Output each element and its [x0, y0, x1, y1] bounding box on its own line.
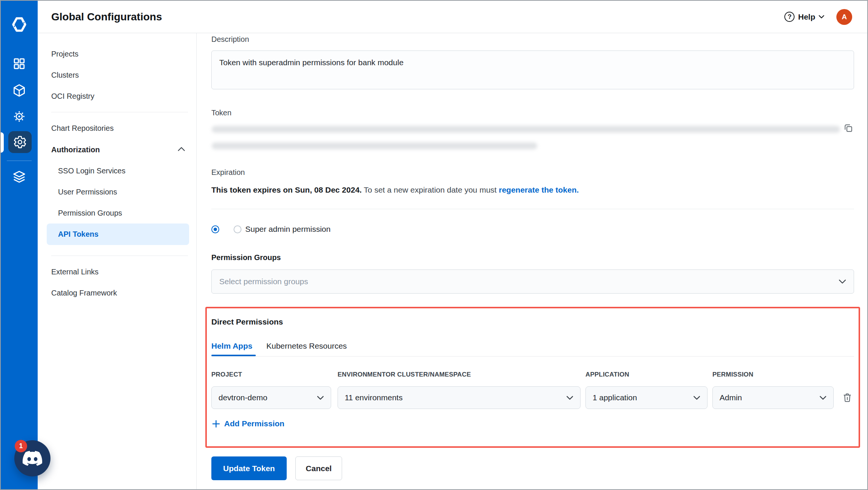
discord-icon — [23, 449, 42, 468]
devtron-app-window: Global Configurations ? Help A Projects … — [0, 0, 868, 490]
column-header-permission: PERMISSION — [712, 371, 753, 378]
nav-item-chart-repositories[interactable]: Chart Repositories — [51, 121, 188, 136]
chevron-down-icon — [693, 396, 700, 400]
column-header-application: APPLICATION — [585, 371, 629, 378]
token-edit-form: Description Token with superadmin permis… — [197, 33, 867, 489]
sidebar-divider — [7, 161, 32, 161]
update-token-button[interactable]: Update Token — [211, 456, 287, 480]
chevron-down-icon — [819, 396, 827, 400]
primary-sidebar — [1, 1, 38, 489]
tabs-bottom-border — [211, 356, 854, 357]
expiration-label: Expiration — [211, 168, 245, 177]
chevron-down-icon — [566, 396, 573, 400]
permission-groups-label: Permission Groups — [211, 253, 281, 262]
add-permission-button[interactable]: Add Permission — [212, 419, 284, 428]
column-header-environment: ENVIRONMENTOR CLUSTER/NAMESPACE — [338, 371, 471, 378]
description-label: Description — [211, 35, 249, 44]
add-permission-label: Add Permission — [224, 419, 284, 428]
trash-icon — [842, 392, 853, 403]
nav-item-sso-login[interactable]: SSO Login Services — [58, 163, 188, 178]
nav-item-projects[interactable]: Projects — [51, 46, 188, 61]
radio-specific-permissions[interactable] — [211, 225, 219, 233]
devtron-logo-icon[interactable] — [1, 15, 38, 34]
global-config-nav-active[interactable] — [8, 131, 32, 153]
section-divider — [211, 209, 854, 209]
global-config-nav: Projects Clusters OCI Registry Chart Rep… — [38, 33, 197, 489]
direct-permissions-title: Direct Permissions — [211, 317, 283, 326]
stack-layers-icon[interactable] — [1, 170, 38, 184]
permission-type-radio-group: Specific permissions Super admin permiss… — [211, 225, 330, 234]
header-bar: Global Configurations ? Help A — [38, 1, 867, 33]
nav-item-external-links[interactable]: External Links — [51, 264, 188, 279]
nav-item-authorization[interactable]: Authorization — [51, 142, 188, 157]
scan-gear-icon[interactable] — [1, 109, 38, 124]
permission-groups-placeholder: Select permission groups — [219, 277, 308, 286]
radio-super-admin[interactable] — [234, 225, 241, 233]
chevron-down-icon — [819, 15, 824, 18]
page-title: Global Configurations — [51, 11, 162, 23]
project-select[interactable]: devtron-demo — [211, 386, 331, 409]
permission-select[interactable]: Admin — [712, 386, 834, 409]
nav-divider — [51, 256, 188, 256]
nav-item-user-permissions[interactable]: User Permissions — [58, 184, 188, 199]
nav-item-catalog-framework[interactable]: Catalog Framework — [51, 285, 188, 300]
expiration-text: This token expires on Sun, 08 Dec 2024. … — [211, 185, 579, 194]
project-select-value: devtron-demo — [219, 393, 267, 402]
copy-token-button[interactable] — [842, 122, 854, 134]
plus-icon — [212, 420, 220, 428]
permission-select-value: Admin — [720, 393, 742, 402]
help-label: Help — [798, 12, 815, 21]
tab-kubernetes-resources[interactable]: Kubernetes Resources — [266, 341, 347, 351]
settings-gear-icon — [13, 135, 27, 149]
column-header-project: PROJECT — [211, 371, 242, 378]
application-select[interactable]: 1 application — [585, 386, 708, 409]
nav-item-oci-registry[interactable]: OCI Registry — [51, 89, 188, 104]
token-label: Token — [211, 109, 231, 117]
delete-permission-row-button[interactable] — [841, 391, 854, 404]
nav-item-clusters[interactable]: Clusters — [51, 67, 188, 83]
chevron-down-icon — [839, 279, 846, 284]
active-nav-indicator — [0, 132, 4, 153]
tab-helm-apps[interactable]: Helm Apps — [211, 341, 252, 351]
annotation-highlight-box — [205, 307, 860, 448]
token-redacted-line — [212, 126, 840, 133]
copy-icon — [843, 123, 854, 133]
permission-groups-select[interactable]: Select permission groups — [211, 270, 854, 294]
cancel-button[interactable]: Cancel — [295, 456, 342, 480]
application-select-value: 1 application — [593, 393, 637, 402]
chevron-up-icon[interactable] — [178, 147, 185, 151]
nav-divider — [51, 112, 188, 112]
environment-select-value: 11 environments — [345, 393, 403, 402]
expiration-date-bold: This token expires on Sun, 08 Dec 2024. — [211, 185, 362, 194]
cube-icon[interactable] — [1, 83, 38, 98]
apps-grid-icon[interactable] — [1, 57, 38, 71]
description-input[interactable]: Token with superadmin permissions for ba… — [211, 51, 854, 89]
chevron-down-icon — [317, 396, 324, 400]
token-redacted-line — [212, 142, 537, 149]
nav-item-permission-groups[interactable]: Permission Groups — [58, 205, 188, 220]
environment-select[interactable]: 11 environments — [338, 386, 581, 409]
user-avatar[interactable]: A — [836, 9, 852, 25]
expiration-rest: To set a new expiration date you must — [362, 185, 499, 194]
help-menu[interactable]: ? Help — [784, 12, 824, 22]
nav-item-api-tokens-active[interactable]: API Tokens — [47, 224, 189, 245]
regenerate-token-link[interactable]: regenerate the token. — [499, 185, 579, 194]
radio-super-admin-label[interactable]: Super admin permission — [245, 225, 330, 234]
nav-item-api-tokens-label: API Tokens — [58, 224, 98, 245]
help-icon: ? — [784, 12, 795, 22]
notification-badge: 1 — [15, 440, 27, 452]
